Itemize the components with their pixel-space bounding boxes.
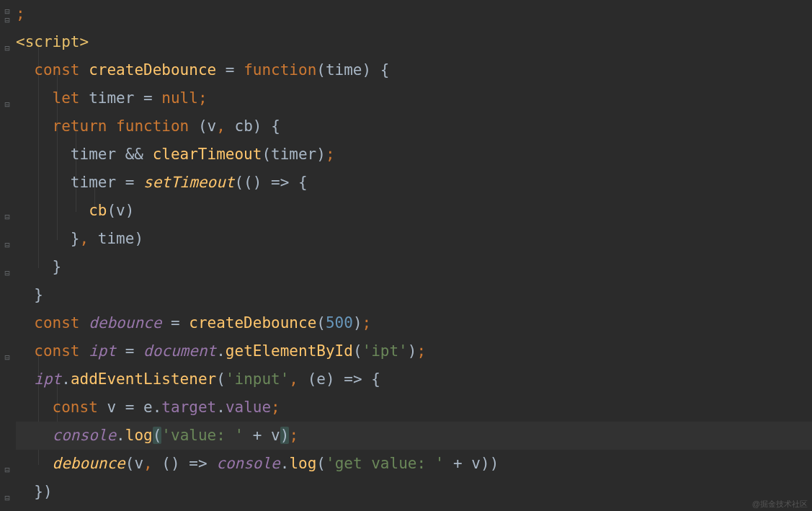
paren-open: ( xyxy=(161,455,171,472)
watermark-text: @掘金技术社区 xyxy=(752,500,808,508)
code-line: const debounce = createDebounce(500); xyxy=(16,309,812,337)
dot: . xyxy=(116,427,125,444)
semicolon: ; xyxy=(289,427,298,444)
semicolon: ; xyxy=(416,342,426,360)
semicolon: ; xyxy=(198,89,208,107)
fn-addEventListener: addEventListener xyxy=(71,370,216,388)
kw-let: let xyxy=(53,89,80,107)
brace-open: { xyxy=(380,61,390,79)
id-timer: timer xyxy=(71,146,116,163)
code-line: const ipt = document.getElementById('ipt… xyxy=(16,337,812,365)
fold-marker-close[interactable]: ⊟ xyxy=(3,241,12,249)
id-e: e xyxy=(143,399,153,416)
semicolon: ; xyxy=(326,146,335,163)
op-and: && xyxy=(116,146,153,163)
id-v: v xyxy=(471,455,481,472)
fold-marker-close[interactable]: ⊟ xyxy=(3,269,12,277)
paren-close: ) xyxy=(490,455,499,472)
code-line: const v = e.target.value; xyxy=(16,394,812,422)
op-eq: = xyxy=(116,342,143,360)
paren-open: ( xyxy=(316,61,326,79)
str-value: 'value: ' xyxy=(161,427,244,444)
param-e: e xyxy=(316,370,326,388)
code-line: ; xyxy=(16,0,812,28)
paren-open: ( xyxy=(125,455,135,472)
fold-marker-open[interactable]: ⊟ xyxy=(3,16,12,25)
brace-open: { xyxy=(298,174,308,191)
fold-marker-close[interactable]: ⊟ xyxy=(3,466,12,474)
fn-name: createDebounce xyxy=(89,61,216,79)
op-arrow: => xyxy=(262,174,298,191)
op-eq: = xyxy=(161,314,189,332)
fn-getElementById: getElementById xyxy=(226,342,353,360)
fn-log: log xyxy=(125,427,153,444)
fold-marker-close[interactable]: ⊟ xyxy=(3,213,12,221)
code-line: <script> xyxy=(16,28,812,56)
id-console: console xyxy=(53,427,117,444)
kw-return: return xyxy=(53,117,107,135)
paren-close: ) xyxy=(171,455,180,472)
call-createDebounce: createDebounce xyxy=(189,314,316,332)
brace-open: { xyxy=(271,117,280,135)
op-eq: = xyxy=(134,89,161,107)
code-line: }) xyxy=(16,478,812,506)
fold-marker-open[interactable]: ⊟ xyxy=(3,44,12,53)
id-debounce: debounce xyxy=(89,314,161,332)
op-plus: + xyxy=(244,427,271,444)
fn-setTimeout: setTimeout xyxy=(143,174,234,191)
fn-clearTimeout: clearTimeout xyxy=(153,146,262,163)
fn-log: log xyxy=(289,455,316,472)
id-timer: timer xyxy=(89,89,134,107)
code-line-current: console.log('value: ' + v); xyxy=(16,422,812,450)
code-line: ipt.addEventListener('input', (e) => { xyxy=(16,365,812,394)
semicolon: ; xyxy=(362,314,372,332)
param-v: v xyxy=(208,117,217,135)
call-cb: cb xyxy=(89,202,107,219)
code-line: const createDebounce = function(time) { xyxy=(16,56,812,84)
code-area[interactable]: ; <script> const createDebounce = functi… xyxy=(14,0,812,511)
op-arrow: => xyxy=(335,370,372,388)
op-eq: = xyxy=(116,399,143,416)
paren-open: ( xyxy=(353,342,362,360)
op-eq: = xyxy=(116,174,143,191)
code-editor[interactable]: ⊟ ⊟ ⊟ ⊟ ⊟ ⊟ ⊟ ⊟ ⊟ ⊟ ; <script> const cre… xyxy=(0,0,812,511)
code-line: timer && clearTimeout(timer); xyxy=(16,141,812,169)
paren-open: ( xyxy=(316,455,326,472)
kw-const: const xyxy=(53,399,98,416)
kw-const: const xyxy=(34,342,79,360)
op-eq: = xyxy=(216,61,244,79)
brace-close: } xyxy=(34,286,43,303)
arg-v: v xyxy=(134,455,143,472)
dot: . xyxy=(216,399,226,416)
id-v: v xyxy=(107,399,116,416)
paren-open: ( xyxy=(244,174,253,191)
dot: . xyxy=(153,399,162,416)
code-line: </script> xyxy=(16,506,812,511)
paren-close: ) xyxy=(353,314,362,332)
id-ipt: ipt xyxy=(34,370,61,388)
kw-function: function xyxy=(116,117,189,135)
comma: , xyxy=(143,455,153,472)
code-line: return function (v, cb) { xyxy=(16,112,812,141)
op-arrow: => xyxy=(180,455,217,472)
id-timer: timer xyxy=(71,174,116,191)
param-cb: cb xyxy=(235,117,253,135)
op-plus: + xyxy=(444,455,471,472)
paren-close: ) xyxy=(481,455,490,472)
fold-marker-open[interactable]: ⊟ xyxy=(3,100,12,109)
comma: , xyxy=(216,117,226,135)
fold-marker-close[interactable]: ⊟ xyxy=(3,494,12,502)
code-line: cb(v) xyxy=(16,197,812,225)
paren-close-matched: ) xyxy=(280,427,290,444)
num-500: 500 xyxy=(326,314,353,332)
str-input: 'input' xyxy=(226,370,290,388)
prop-value: value xyxy=(226,399,271,416)
param-time: time xyxy=(326,61,362,79)
fold-marker-open[interactable]: ⊟ xyxy=(3,353,12,362)
semicolon: ; xyxy=(16,5,25,22)
code-line: timer = setTimeout(() => { xyxy=(16,169,812,197)
paren-open: ( xyxy=(198,117,208,135)
id-document: document xyxy=(143,342,216,360)
str-ipt: 'ipt' xyxy=(362,342,408,360)
paren-close: ) xyxy=(253,117,262,135)
